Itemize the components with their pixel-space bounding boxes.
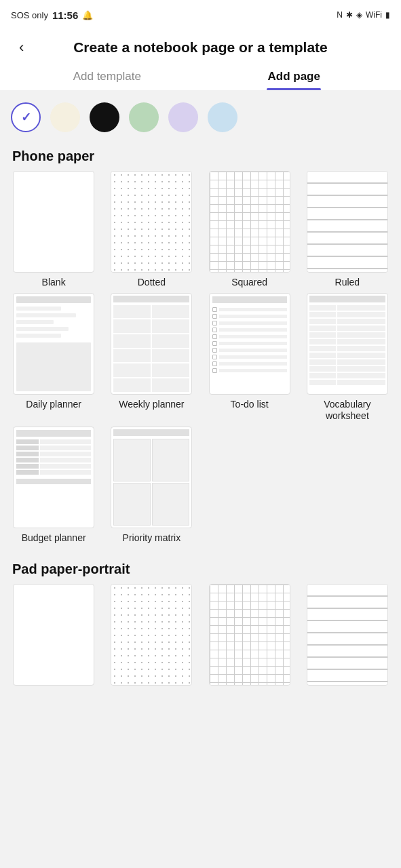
label-dotted: Dotted xyxy=(135,277,168,289)
color-green[interactable] xyxy=(129,102,159,132)
template-vocabulary-worksheet[interactable]: Vocabulary worksheet xyxy=(301,293,394,422)
status-right: N ✱ ◈ WiFi ▮ xyxy=(337,10,390,20)
template-priority-matrix[interactable]: Priority matrix xyxy=(104,427,198,545)
phone-paper-grid: Blank Dotted Squared Ruled xyxy=(0,171,401,551)
thumb-priority-matrix xyxy=(111,427,192,528)
thumb-vocabulary-worksheet xyxy=(307,293,388,395)
pad-thumb-squared xyxy=(209,584,290,686)
label-todo-list: To-do list xyxy=(228,399,271,411)
back-button[interactable]: ‹ xyxy=(14,36,29,59)
bluetooth-icon: ✱ xyxy=(346,10,353,20)
pad-thumb-ruled xyxy=(307,584,388,686)
section-pad-paper-portrait-label: Pad paper-portrait xyxy=(0,551,401,584)
pad-thumb-dotted xyxy=(111,584,192,686)
thumb-blank xyxy=(13,171,94,273)
thumb-squared xyxy=(209,171,290,273)
label-weekly-planner: Weekly planner xyxy=(116,399,187,411)
color-black[interactable] xyxy=(90,102,119,132)
sos-label: SOS only xyxy=(11,10,48,20)
template-weekly-planner[interactable]: Weekly planner xyxy=(104,293,198,422)
tab-add-template[interactable]: Add template xyxy=(14,62,201,90)
color-selector: ✓ xyxy=(0,90,401,138)
pad-thumb-blank xyxy=(13,584,94,686)
color-lavender[interactable] xyxy=(168,102,198,132)
label-daily-planner: Daily planner xyxy=(23,399,84,411)
template-daily-planner[interactable]: Daily planner xyxy=(7,293,100,422)
thumb-dotted xyxy=(111,171,192,273)
status-bar: SOS only 11:56 🔔 N ✱ ◈ WiFi ▮ xyxy=(0,0,401,30)
color-white[interactable]: ✓ xyxy=(11,102,41,132)
thumb-weekly-planner xyxy=(111,293,192,395)
label-budget-planner: Budget planner xyxy=(19,532,89,545)
status-time: 11:56 xyxy=(52,9,78,21)
color-sky[interactable] xyxy=(208,102,237,132)
header-top: ‹ Create a notebook page or a template xyxy=(14,38,387,56)
label-ruled: Ruled xyxy=(332,277,363,289)
status-left: SOS only 11:56 🔔 xyxy=(11,9,93,21)
thumb-ruled xyxy=(307,171,388,273)
nfc-icon: N xyxy=(337,10,343,20)
tabs-container: Add template Add page xyxy=(14,62,387,90)
pad-paper-grid xyxy=(0,584,401,692)
header: ‹ Create a notebook page or a template A… xyxy=(0,30,401,90)
label-blank: Blank xyxy=(39,277,69,289)
template-blank[interactable]: Blank xyxy=(7,171,100,289)
section-phone-paper-label: Phone paper xyxy=(0,138,401,171)
template-todo-list[interactable]: To-do list xyxy=(203,293,297,422)
wifi-icon: WiFi xyxy=(366,10,382,20)
template-budget-planner[interactable]: Budget planner xyxy=(7,427,100,545)
pad-template-squared[interactable] xyxy=(203,584,297,686)
label-priority-matrix: Priority matrix xyxy=(120,532,184,545)
tab-add-page[interactable]: Add page xyxy=(201,62,388,90)
pad-template-dotted[interactable] xyxy=(104,584,198,686)
thumb-daily-planner xyxy=(13,293,94,395)
page-title: Create a notebook page or a template xyxy=(73,38,328,56)
vibrate-icon: ◈ xyxy=(356,10,362,20)
template-squared[interactable]: Squared xyxy=(203,171,297,289)
check-icon: ✓ xyxy=(21,110,31,125)
pad-template-blank[interactable] xyxy=(7,584,100,686)
bell-icon: 🔔 xyxy=(82,10,93,20)
label-squared: Squared xyxy=(229,277,270,289)
label-vocabulary-worksheet: Vocabulary worksheet xyxy=(301,399,394,422)
color-cream[interactable] xyxy=(50,102,80,132)
template-ruled[interactable]: Ruled xyxy=(301,171,394,289)
template-dotted[interactable]: Dotted xyxy=(104,171,198,289)
pad-template-ruled[interactable] xyxy=(301,584,394,686)
battery-icon: ▮ xyxy=(385,10,390,20)
thumb-budget-planner xyxy=(13,427,94,528)
thumb-todo-list xyxy=(209,293,290,395)
